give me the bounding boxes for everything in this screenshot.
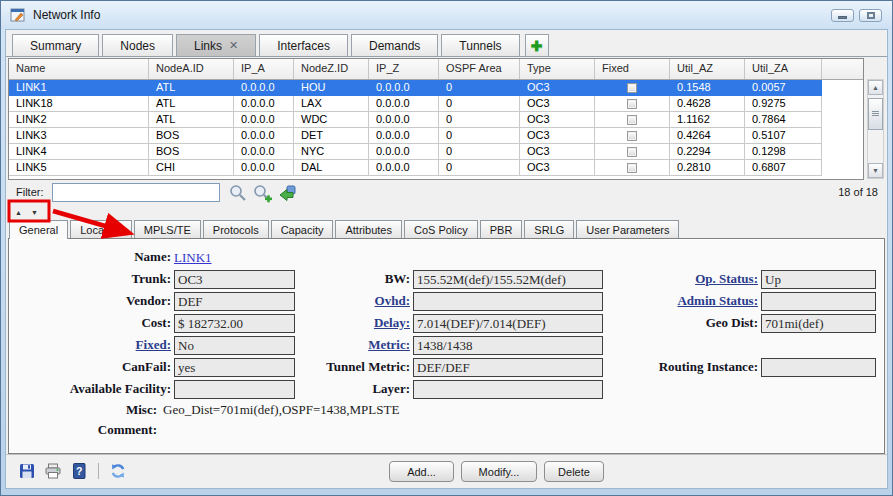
table-cell: ATL — [149, 80, 234, 96]
table-row[interactable]: LINK2ATL0.0.0.0WDC0.0.0.00OC31.11620.786… — [9, 112, 863, 128]
column-header[interactable]: Util_AZ — [670, 59, 745, 79]
table-cell: 0 — [439, 128, 520, 144]
table-cell: 0.5107 — [745, 128, 822, 144]
refresh-icon[interactable] — [109, 462, 127, 480]
column-header[interactable]: Util_ZA — [745, 59, 822, 79]
modify-button[interactable]: Modify... — [461, 461, 537, 482]
collapse-down-button[interactable]: ▼ — [31, 206, 38, 219]
field-label[interactable]: Metric: — [298, 337, 410, 353]
filter-label: Filter: — [16, 186, 44, 198]
detail-tab-user-parameters[interactable]: User Parameters — [576, 220, 679, 238]
collapse-up-button[interactable]: ▲ — [15, 206, 22, 219]
maximize-button[interactable] — [859, 9, 882, 22]
add-button[interactable]: Add... — [389, 461, 454, 482]
window-titlebar[interactable]: Network Info — [1, 1, 892, 29]
field-label[interactable]: Admin Status: — [606, 293, 758, 309]
detail-tab-protocols[interactable]: Protocols — [203, 220, 269, 238]
checkbox[interactable] — [627, 163, 637, 173]
table-cell: 1.1162 — [670, 112, 745, 128]
field-label: BW: — [298, 271, 410, 287]
field-value: yes — [174, 358, 295, 377]
table-cell: 0.0.0.0 — [234, 80, 294, 96]
tab-label: Demands — [369, 39, 420, 53]
detail-tab-cos-policy[interactable]: CoS Policy — [404, 220, 478, 238]
help-icon[interactable]: ? — [70, 462, 88, 480]
delete-button[interactable]: Delete — [544, 461, 604, 482]
table-row[interactable]: LINK1ATL0.0.0.0HOU0.0.0.00OC30.15480.005… — [9, 80, 863, 96]
detail-tab-pbr[interactable]: PBR — [480, 220, 523, 238]
table-cell: OC3 — [520, 160, 595, 176]
panel-collapse-controls: ▲ ▼ — [6, 206, 38, 219]
field-label[interactable]: Fixed: — [9, 337, 171, 353]
field-label[interactable]: Op. Status: — [606, 271, 758, 287]
field-label[interactable]: Ovhd: — [298, 293, 410, 309]
save-icon[interactable] — [18, 462, 36, 480]
table-cell: 0.0.0.0 — [369, 144, 439, 160]
detail-tab-capacity[interactable]: Capacity — [271, 220, 334, 238]
misc-value: Geo_Dist=701mi(def),OSPF=1438,MPLSTE — [163, 402, 399, 418]
field-label[interactable]: Delay: — [298, 315, 410, 331]
checkbox[interactable] — [627, 115, 637, 125]
column-header[interactable]: Name — [9, 59, 149, 79]
search-icon[interactable] — [228, 183, 248, 203]
table-cell: 0.1548 — [670, 80, 745, 96]
column-header[interactable]: OSPF Area — [439, 59, 520, 79]
detail-tab-srlg[interactable]: SRLG — [524, 220, 574, 238]
add-view-button[interactable]: ✚ — [525, 34, 549, 56]
close-tab-icon[interactable]: ✕ — [229, 40, 238, 51]
detail-tab-attributes[interactable]: Attributes — [335, 220, 401, 238]
table-row[interactable]: LINK5CHI0.0.0.0DAL0.0.0.00OC30.28100.680… — [9, 160, 863, 176]
detail-tab-mpls-te[interactable]: MPLS/TE — [134, 220, 201, 238]
table-row[interactable]: LINK18ATL0.0.0.0LAX0.0.0.00OC30.46280.92… — [9, 96, 863, 112]
tab-tunnels[interactable]: Tunnels — [441, 34, 519, 56]
tab-label: Links — [194, 39, 222, 53]
field-value: DEF — [174, 292, 295, 311]
scrollbar-thumb[interactable] — [868, 98, 883, 130]
link-name-value[interactable]: LINK1 — [174, 250, 212, 265]
search-reset-icon[interactable] — [278, 183, 298, 203]
filter-input[interactable] — [52, 183, 220, 202]
field-value — [413, 292, 603, 311]
tab-interfaces[interactable]: Interfaces — [259, 34, 348, 56]
field-value — [761, 358, 876, 377]
table-row[interactable]: LINK4BOS0.0.0.0NYC0.0.0.00OC30.22940.129… — [9, 144, 863, 160]
checkbox[interactable] — [627, 99, 637, 109]
tab-summary[interactable]: Summary — [12, 34, 99, 56]
table-scrollbar[interactable]: ▲ ▼ — [867, 79, 884, 179]
field-label: Layer: — [298, 381, 410, 397]
column-header[interactable]: Type — [520, 59, 595, 79]
table-cell: NYC — [294, 144, 369, 160]
field-value — [174, 380, 295, 399]
tab-demands[interactable]: Demands — [351, 34, 438, 56]
form-row: CanFail:yesTunnel Metric:DEF/DEFRouting … — [9, 356, 884, 378]
form-name-row: Name:LINK1 — [9, 246, 884, 268]
detail-tab-general[interactable]: General — [9, 220, 68, 239]
tab-nodes[interactable]: Nodes — [102, 34, 173, 56]
table-cell: 0.0.0.0 — [369, 112, 439, 128]
table-row[interactable]: LINK3BOS0.0.0.0DET0.0.0.00OC30.42640.510… — [9, 128, 863, 144]
table-cell: 0.0.0.0 — [234, 96, 294, 112]
search-add-icon[interactable] — [252, 183, 272, 203]
checkbox[interactable] — [627, 131, 637, 141]
column-header[interactable]: NodeZ.ID — [294, 59, 369, 79]
column-header[interactable]: Fixed — [595, 59, 670, 79]
table-cell: 0.0.0.0 — [369, 80, 439, 96]
checkbox[interactable] — [627, 147, 637, 157]
scroll-down-button[interactable]: ▼ — [868, 163, 883, 178]
scroll-up-button[interactable]: ▲ — [868, 80, 883, 95]
field-value — [761, 292, 876, 311]
column-header[interactable]: NodeA.ID — [149, 59, 234, 79]
column-header[interactable]: IP_A — [234, 59, 294, 79]
checkbox[interactable] — [627, 83, 637, 93]
print-icon[interactable] — [44, 462, 62, 480]
minimize-button[interactable] — [831, 9, 854, 22]
table-cell: 0 — [439, 112, 520, 128]
table-cell: 0 — [439, 160, 520, 176]
table-cell: OC3 — [520, 112, 595, 128]
column-header[interactable]: IP_Z — [369, 59, 439, 79]
detail-tab-location[interactable]: Location — [70, 220, 132, 238]
field-value — [413, 380, 603, 399]
field-label: Routing Instance: — [606, 359, 758, 375]
tab-links[interactable]: Links✕ — [176, 34, 256, 56]
link-name-link[interactable]: LINK1 — [174, 248, 876, 266]
